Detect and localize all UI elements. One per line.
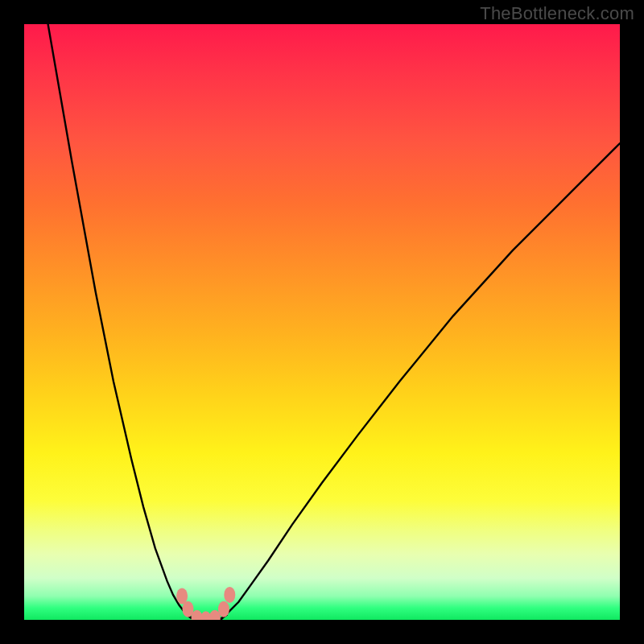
curve-layer — [24, 24, 620, 620]
plot-area — [24, 24, 620, 620]
marker-right-marker-upper — [224, 587, 235, 603]
series-curve-right — [221, 143, 620, 620]
watermark-text: TheBottleneck.com — [480, 3, 634, 24]
series-curve-left — [48, 24, 197, 620]
chart-frame: TheBottleneck.com — [0, 0, 644, 644]
